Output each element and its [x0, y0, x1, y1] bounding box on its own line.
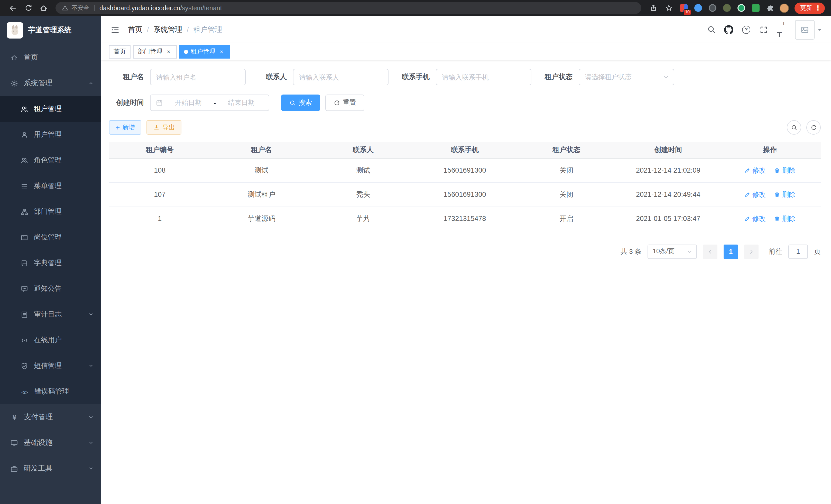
- browser-back-icon[interactable]: [7, 2, 19, 14]
- role-people-icon: [21, 156, 28, 164]
- sidebar-item-online-users[interactable]: 在线用户: [0, 327, 101, 353]
- filter-mobile: 联系手机: [395, 69, 532, 85]
- url-path: /system/tenant: [180, 4, 222, 11]
- extension-green-square-icon[interactable]: [750, 3, 761, 13]
- cell-tenant-id: 1: [109, 207, 211, 231]
- edit-label: 修改: [752, 166, 766, 175]
- fullscreen-icon[interactable]: [755, 21, 772, 38]
- tenant-name-input[interactable]: [150, 69, 246, 85]
- next-page-button[interactable]: [744, 244, 758, 259]
- edit-button[interactable]: 修改: [744, 190, 766, 199]
- goto-page-input[interactable]: [789, 244, 808, 259]
- sidebar-item-tenant-management[interactable]: 租户管理: [0, 96, 101, 122]
- header-actions: [703, 20, 822, 39]
- page-size-select[interactable]: 10条/页: [648, 244, 697, 259]
- reset-button-label: 重置: [343, 98, 356, 108]
- sidebar-item-label: 字典管理: [34, 259, 62, 268]
- extension-green-circle-icon[interactable]: [736, 3, 746, 13]
- search-button[interactable]: 搜索: [281, 94, 320, 111]
- breadcrumb-separator: /: [187, 26, 189, 33]
- sidebar-item-role-management[interactable]: 角色管理: [0, 147, 101, 173]
- edit-button[interactable]: 修改: [744, 214, 766, 223]
- github-icon[interactable]: [720, 21, 738, 38]
- extension-dark-globe-icon[interactable]: [707, 3, 717, 13]
- extension-blue-drop-icon[interactable]: [693, 3, 703, 13]
- export-button[interactable]: 导出: [146, 120, 181, 135]
- column-header: 联系手机: [414, 142, 516, 158]
- not-secure-warning-icon: [62, 5, 68, 11]
- sidebar-item-user-management[interactable]: 用户管理: [0, 122, 101, 147]
- end-date-placeholder[interactable]: 结束日期: [219, 98, 264, 108]
- status-select[interactable]: 请选择租户状态: [579, 69, 674, 85]
- delete-button[interactable]: 删除: [774, 166, 796, 175]
- bookmark-star-icon[interactable]: [662, 2, 675, 14]
- pencil-icon: [744, 167, 750, 173]
- sidebar-item-menu-management[interactable]: 菜单管理: [0, 173, 101, 199]
- main-area: 首页 / 系统管理 / 租户管理: [101, 16, 831, 504]
- org-tree-icon: [21, 208, 28, 215]
- browser-profile-avatar[interactable]: [779, 3, 790, 13]
- tab-home[interactable]: 首页: [109, 45, 131, 58]
- browser-reload-icon[interactable]: [22, 2, 34, 14]
- cell-contact: 秃头: [312, 182, 414, 207]
- add-button[interactable]: 新增: [109, 120, 141, 135]
- url-bar[interactable]: 不安全 dashboard.yudao.iocoder.cn /system/t…: [56, 2, 641, 14]
- contact-input[interactable]: [293, 69, 389, 85]
- delete-button[interactable]: 删除: [774, 190, 796, 199]
- extension-olive-icon[interactable]: [721, 3, 732, 13]
- tab-tenant-management[interactable]: 租户管理: [179, 45, 230, 58]
- current-page-button[interactable]: 1: [724, 244, 738, 259]
- share-icon[interactable]: [647, 2, 659, 14]
- cell-tenant-name: 测试租户: [211, 182, 312, 207]
- breadcrumb-home[interactable]: 首页: [128, 25, 142, 34]
- sidebar-item-dev-tools[interactable]: 研发工具: [0, 456, 101, 481]
- app-logo[interactable]: 芋道管理系统: [0, 16, 101, 45]
- help-question-icon[interactable]: [738, 21, 755, 38]
- sidebar-item-post-management[interactable]: 岗位管理: [0, 225, 101, 250]
- tab-close-icon[interactable]: [218, 48, 225, 55]
- toggle-search-button[interactable]: [787, 120, 801, 135]
- sidebar-item-error-code-management[interactable]: 错误码管理: [0, 379, 101, 404]
- column-header: 操作: [719, 142, 821, 158]
- sidebar-item-home[interactable]: 首页: [0, 45, 101, 70]
- prev-page-button[interactable]: [703, 244, 717, 259]
- header-search-icon[interactable]: [703, 21, 720, 38]
- font-size-icon[interactable]: [772, 21, 790, 38]
- date-range-picker[interactable]: 开始日期 - 结束日期: [150, 94, 269, 111]
- extension-badge: 10: [684, 9, 691, 15]
- sidebar-item-audit-log[interactable]: 审计日志: [0, 302, 101, 327]
- start-date-placeholder[interactable]: 开始日期: [166, 98, 211, 108]
- date-range-separator: -: [214, 99, 216, 107]
- extension-red-blue-icon[interactable]: 10: [678, 3, 689, 13]
- sidebar-item-payment-management[interactable]: 支付管理: [0, 404, 101, 430]
- sidebar-item-dict-management[interactable]: 字典管理: [0, 250, 101, 276]
- sidebar-item-label: 菜单管理: [34, 181, 62, 190]
- browser-home-icon[interactable]: [37, 2, 50, 14]
- filter-contact: 联系人: [252, 69, 389, 85]
- column-header: 租户名: [211, 142, 312, 158]
- browser-update-button[interactable]: 更新: [795, 2, 825, 13]
- mobile-input[interactable]: [436, 69, 532, 85]
- edit-button[interactable]: 修改: [744, 166, 766, 175]
- refresh-table-button[interactable]: [806, 120, 821, 135]
- breadcrumb-system[interactable]: 系统管理: [153, 25, 182, 34]
- browser-menu-dots-icon[interactable]: [814, 4, 821, 12]
- sidebar-item-notice[interactable]: 通知公告: [0, 276, 101, 302]
- pencil-icon: [744, 215, 750, 222]
- refresh-icon: [334, 99, 340, 106]
- sidebar-item-label: 用户管理: [34, 130, 62, 139]
- sidebar-item-sms-management[interactable]: 短信管理: [0, 353, 101, 379]
- delete-button[interactable]: 删除: [774, 214, 796, 223]
- sidebar-item-dept-management[interactable]: 部门管理: [0, 199, 101, 225]
- avatar-dropdown-caret-icon[interactable]: [818, 29, 822, 33]
- cell-status: 关闭: [516, 182, 618, 207]
- sidebar-item-infrastructure[interactable]: 基础设施: [0, 430, 101, 456]
- user-avatar[interactable]: [795, 20, 814, 39]
- reset-button[interactable]: 重置: [325, 94, 364, 111]
- extensions-puzzle-icon[interactable]: [765, 3, 775, 13]
- sidebar-item-system-management[interactable]: 系统管理: [0, 70, 101, 96]
- tab-close-icon[interactable]: [165, 48, 172, 55]
- sidebar-collapse-icon[interactable]: [111, 25, 120, 34]
- tab-dept-management[interactable]: 部门管理: [133, 45, 177, 58]
- status-select-placeholder: 请选择租户状态: [585, 72, 632, 82]
